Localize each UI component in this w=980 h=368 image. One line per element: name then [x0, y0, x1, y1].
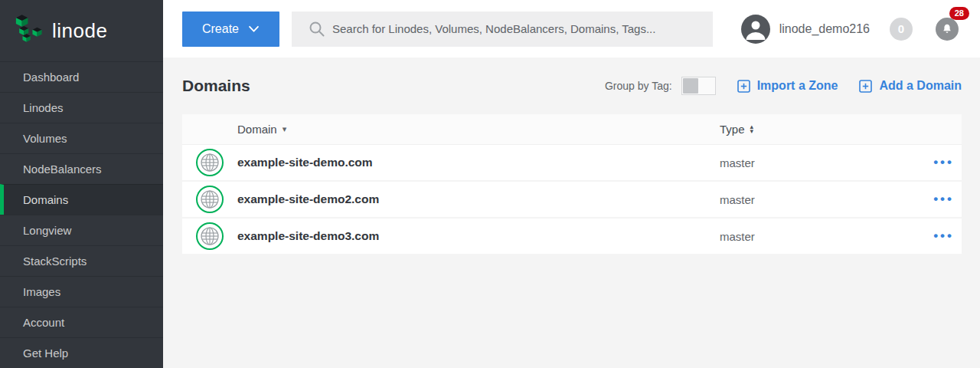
- notification-count-badge: 28: [949, 7, 969, 20]
- page-toolbar: Group by Tag: Import a Zone: [605, 77, 962, 95]
- sidebar-item-images[interactable]: Images: [0, 276, 163, 307]
- plus-square-icon: [737, 80, 750, 93]
- domain-type: master: [720, 156, 926, 169]
- avatar: [741, 15, 770, 44]
- domain-status-ring: [196, 186, 224, 213]
- create-button-label: Create: [202, 22, 239, 36]
- type-header-label: Type: [720, 123, 745, 136]
- toggle-knob: [683, 78, 698, 94]
- main-column: Create: [163, 0, 980, 368]
- domain-header-label: Domain: [237, 123, 277, 136]
- notifications-button[interactable]: 28: [936, 18, 959, 41]
- globe-icon: [200, 153, 220, 172]
- domain-name: example-site-demo.com: [237, 156, 720, 169]
- sidebar: linode Dashboard Linodes Volumes NodeBal…: [0, 0, 163, 368]
- linode-logo-icon: [15, 15, 44, 47]
- username-label: linode_demo216: [779, 22, 870, 36]
- import-zone-label: Import a Zone: [757, 79, 838, 93]
- sidebar-item-get-help[interactable]: Get Help: [0, 337, 163, 368]
- group-by-tag: Group by Tag:: [605, 77, 716, 95]
- domain-name: example-site-demo2.com: [237, 192, 720, 206]
- sidebar-item-dashboard[interactable]: Dashboard: [0, 61, 163, 92]
- plus-square-icon: [859, 80, 872, 93]
- row-actions-menu-button[interactable]: •••: [933, 192, 954, 206]
- globe-icon: [200, 189, 220, 209]
- domain-status-ring: [196, 222, 224, 250]
- chevron-down-icon: [248, 25, 260, 33]
- app-window: linode Dashboard Linodes Volumes NodeBal…: [0, 0, 980, 368]
- search-icon: [309, 21, 325, 37]
- add-domain-label: Add a Domain: [879, 79, 962, 93]
- row-icon-cell: [182, 186, 237, 213]
- search-input[interactable]: [332, 22, 702, 35]
- sidebar-item-longview[interactable]: Longview: [0, 215, 163, 245]
- table-header-row: Domain ▾ Type ▴ ▾: [182, 114, 962, 145]
- column-header-domain[interactable]: Domain ▾: [237, 123, 720, 136]
- table-row[interactable]: example-site-demo2.com master •••: [182, 182, 962, 219]
- domains-table: Domain ▾ Type ▴ ▾: [182, 114, 962, 255]
- sort-desc-glyph: ▾: [750, 130, 754, 134]
- sidebar-item-nodebalancers[interactable]: NodeBalancers: [0, 153, 163, 184]
- sidebar-item-stackscripts[interactable]: StackScripts: [0, 245, 163, 276]
- sort-desc-icon: ▾: [283, 125, 287, 133]
- user-menu[interactable]: linode_demo216: [741, 15, 870, 44]
- sidebar-item-linodes[interactable]: Linodes: [0, 92, 163, 123]
- row-icon-cell: [182, 149, 237, 176]
- create-button[interactable]: Create: [182, 12, 279, 47]
- add-domain-link[interactable]: Add a Domain: [859, 79, 962, 93]
- domain-name: example-site-demo3.com: [237, 229, 720, 243]
- sidebar-item-domains[interactable]: Domains: [0, 184, 163, 215]
- globe-icon: [200, 226, 220, 246]
- topbar: Create: [163, 0, 980, 58]
- page-header: Domains Group by Tag:: [182, 58, 962, 114]
- bell-icon: [941, 23, 953, 35]
- group-by-tag-label: Group by Tag:: [605, 80, 672, 92]
- logo-text: linode: [52, 19, 107, 43]
- domain-type: master: [720, 193, 926, 206]
- group-by-tag-toggle[interactable]: [681, 77, 716, 95]
- bell-circle: [936, 18, 959, 41]
- community-count-badge[interactable]: 0: [890, 18, 913, 41]
- row-actions-menu-button[interactable]: •••: [933, 155, 954, 169]
- table-row[interactable]: example-site-demo3.com master •••: [182, 219, 962, 255]
- sort-both-icon: ▴ ▾: [750, 125, 754, 133]
- sidebar-item-account[interactable]: Account: [0, 307, 163, 337]
- domains-page: Domains Group by Tag:: [163, 58, 980, 368]
- row-actions-menu-button[interactable]: •••: [933, 228, 954, 243]
- row-icon-cell: [182, 222, 237, 250]
- domain-status-ring: [196, 149, 224, 176]
- column-header-type[interactable]: Type ▴ ▾: [720, 123, 926, 136]
- import-zone-link[interactable]: Import a Zone: [737, 79, 838, 93]
- sidebar-nav: Dashboard Linodes Volumes NodeBalancers …: [0, 61, 163, 368]
- table-row[interactable]: example-site-demo.com master •••: [182, 145, 962, 182]
- search-bar[interactable]: [292, 12, 713, 47]
- linode-logo[interactable]: linode: [0, 0, 163, 61]
- page-title: Domains: [182, 77, 250, 95]
- domain-type: master: [720, 230, 926, 243]
- sidebar-item-volumes[interactable]: Volumes: [0, 123, 163, 153]
